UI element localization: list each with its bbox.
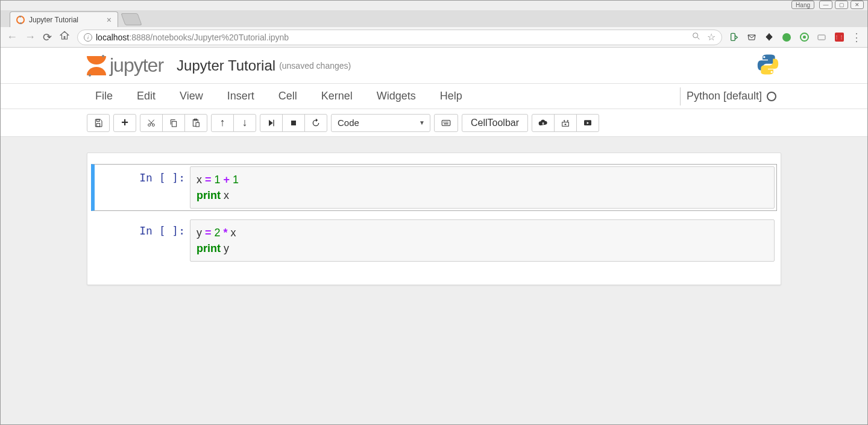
move-down-button[interactable]: ↓ xyxy=(233,114,256,132)
code-input[interactable]: y = 2 * xprint y xyxy=(190,219,775,262)
svg-rect-25 xyxy=(565,124,567,125)
svg-rect-7 xyxy=(96,123,99,126)
cell-toolbar-button[interactable]: CellToolbar xyxy=(462,114,528,132)
restart-button[interactable] xyxy=(304,114,327,132)
svg-rect-23 xyxy=(444,123,448,124)
svg-rect-6 xyxy=(96,119,99,121)
menu-edit[interactable]: Edit xyxy=(125,90,168,102)
python-logo-icon xyxy=(755,51,781,80)
zoom-icon[interactable] xyxy=(691,31,701,43)
menu-kernel[interactable]: Kernel xyxy=(309,90,365,102)
menubar: File Edit View Insert Cell Kernel Widget… xyxy=(1,84,867,109)
paste-button[interactable] xyxy=(184,114,207,132)
svg-rect-17 xyxy=(291,121,296,125)
notebook-save-status: (unsaved changes) xyxy=(279,61,351,71)
kernel-name-label: Python [default] xyxy=(687,90,762,102)
svg-rect-3 xyxy=(818,35,825,40)
kernel-indicator: Python [default] xyxy=(680,87,781,105)
nav-home-button[interactable] xyxy=(59,30,70,44)
browser-tab-strip: Jupyter Tutorial × xyxy=(1,10,867,27)
jupyter-logo[interactable]: jupyter xyxy=(87,54,163,77)
browser-tab[interactable]: Jupyter Tutorial × xyxy=(10,11,118,27)
svg-point-0 xyxy=(693,33,698,37)
extension-icons: ⋮⋮ ⋮ xyxy=(729,33,861,42)
site-info-icon[interactable]: i xyxy=(84,33,92,42)
menu-widgets[interactable]: Widgets xyxy=(365,90,428,102)
notebook-title[interactable]: Jupyter Tutorial xyxy=(177,57,275,74)
nav-forward-button: → xyxy=(25,31,36,43)
notebook-area: In [ ]: x = 1 + 1print x In [ ]: y = 2 *… xyxy=(1,137,867,425)
svg-point-5 xyxy=(770,71,772,72)
bookmark-star-icon[interactable]: ☆ xyxy=(707,31,715,43)
move-up-button[interactable]: ↑ xyxy=(211,114,234,132)
window-titlebar: Hang — ▢ ✕ xyxy=(1,1,867,10)
svg-rect-15 xyxy=(196,122,199,127)
code-cell[interactable]: In [ ]: y = 2 * xprint y xyxy=(91,217,777,264)
nav-back-button: ← xyxy=(7,31,17,43)
toolbar: + ↑ ↓ xyxy=(1,109,867,137)
jupyter-logo-text: jupyter xyxy=(110,54,163,77)
jupyter-logo-icon xyxy=(87,56,106,75)
svg-rect-16 xyxy=(273,119,274,126)
address-bar[interactable]: i localhost:8888/notebooks/Jupyter%20Tut… xyxy=(77,30,722,45)
svg-rect-22 xyxy=(447,121,448,122)
browser-tab-title: Jupyter Tutorial xyxy=(29,16,78,24)
cell-type-value: Code xyxy=(338,118,359,128)
extension-icon[interactable] xyxy=(799,33,809,42)
window-close-button[interactable]: ✕ xyxy=(851,1,864,9)
cell-type-select[interactable]: Code xyxy=(331,114,430,132)
new-tab-button[interactable] xyxy=(121,13,142,25)
nav-reload-button[interactable]: ⟳ xyxy=(43,31,52,44)
jupyter-header: jupyter Jupyter Tutorial (unsaved change… xyxy=(1,48,867,84)
browser-toolbar: ← → ⟳ i localhost:8888/notebooks/Jupyter… xyxy=(1,27,867,48)
extension-icon[interactable] xyxy=(817,33,826,42)
hang-label: Hang xyxy=(791,1,814,9)
page-content: jupyter Jupyter Tutorial (unsaved change… xyxy=(1,48,867,425)
svg-point-4 xyxy=(763,55,765,57)
svg-rect-2 xyxy=(731,33,735,40)
window-maximize-button[interactable]: ▢ xyxy=(835,1,848,9)
svg-rect-18 xyxy=(442,120,450,125)
window-minimize-button[interactable]: — xyxy=(819,1,832,9)
cut-button[interactable] xyxy=(140,114,163,132)
input-prompt: In [ ]: xyxy=(96,219,190,262)
interrupt-button[interactable] xyxy=(282,114,305,132)
svg-rect-12 xyxy=(172,121,176,127)
menu-help[interactable]: Help xyxy=(428,90,474,102)
extension-icon[interactable] xyxy=(729,33,739,42)
browser-menu-button[interactable]: ⋮ xyxy=(852,33,861,42)
extension-icon[interactable] xyxy=(764,33,774,42)
download-button[interactable] xyxy=(554,114,577,132)
code-cell[interactable]: In [ ]: x = 1 + 1print x xyxy=(91,164,777,211)
jupyter-favicon-icon xyxy=(16,16,25,24)
menu-insert[interactable]: Insert xyxy=(215,90,266,102)
presentation-button[interactable] xyxy=(576,114,599,132)
run-button[interactable] xyxy=(260,114,283,132)
tab-close-icon[interactable]: × xyxy=(107,15,112,25)
svg-rect-20 xyxy=(445,121,446,122)
upload-button[interactable] xyxy=(532,114,555,132)
menu-cell[interactable]: Cell xyxy=(266,90,309,102)
svg-rect-19 xyxy=(444,121,445,122)
kernel-status-icon xyxy=(767,92,776,101)
menu-file[interactable]: File xyxy=(87,90,125,102)
url-text: localhost:8888/notebooks/Jupyter%20Tutor… xyxy=(96,33,289,42)
extension-icon[interactable] xyxy=(747,33,756,42)
menu-view[interactable]: View xyxy=(168,90,215,102)
svg-rect-21 xyxy=(446,121,447,122)
save-button[interactable] xyxy=(87,114,110,132)
notebook-container: In [ ]: x = 1 + 1print x In [ ]: y = 2 *… xyxy=(87,153,781,285)
extension-icon[interactable]: ⋮⋮ xyxy=(834,33,844,42)
svg-line-1 xyxy=(697,37,699,39)
copy-button[interactable] xyxy=(162,114,185,132)
input-prompt: In [ ]: xyxy=(96,166,190,209)
code-input[interactable]: x = 1 + 1print x xyxy=(190,166,775,209)
extension-icon[interactable] xyxy=(782,33,791,42)
command-palette-button[interactable] xyxy=(434,114,458,132)
insert-cell-button[interactable]: + xyxy=(113,114,136,132)
